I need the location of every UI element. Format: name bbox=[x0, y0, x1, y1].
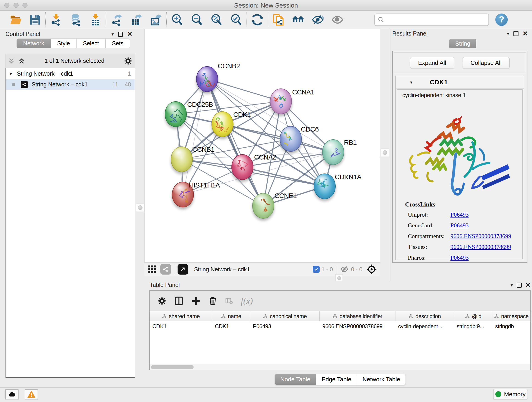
show-columns-icon[interactable] bbox=[174, 296, 184, 306]
edge[interactable] bbox=[183, 79, 207, 195]
tab-edge-table[interactable]: Edge Table bbox=[316, 374, 357, 385]
expand-all-button[interactable]: Expand All bbox=[410, 57, 454, 69]
tab-sets[interactable]: Sets bbox=[106, 38, 130, 48]
table-horizontal-scrollbar[interactable] bbox=[150, 364, 530, 370]
network-node-CCNB2[interactable] bbox=[196, 66, 218, 92]
zoom-in-button[interactable] bbox=[170, 13, 184, 27]
network-node-CDK1[interactable] bbox=[211, 111, 234, 137]
column-header-description[interactable]: description bbox=[395, 311, 454, 321]
add-column-icon[interactable] bbox=[191, 296, 201, 306]
panel-collapse-icon[interactable]: ▾ bbox=[510, 282, 513, 288]
network-node-CDKN1A[interactable] bbox=[314, 173, 336, 199]
column-header-shared-name[interactable]: shared name bbox=[150, 311, 212, 321]
tab-style[interactable]: Style bbox=[51, 38, 77, 48]
splitter-handle[interactable] bbox=[381, 148, 389, 157]
crosslink-link[interactable]: P06493 bbox=[450, 222, 469, 229]
detach-view-icon[interactable] bbox=[177, 264, 188, 274]
column-header-namespace[interactable]: namespace bbox=[492, 311, 530, 321]
crosslink-link[interactable]: P06493 bbox=[450, 254, 469, 261]
expand-all-chevron-icon[interactable] bbox=[18, 57, 25, 64]
scrollbar-thumb[interactable] bbox=[151, 365, 194, 369]
clone-network-button[interactable] bbox=[271, 13, 285, 27]
zoom-fit-button[interactable] bbox=[209, 13, 224, 27]
grid-view-icon[interactable] bbox=[147, 265, 157, 274]
collapse-all-chevron-icon[interactable] bbox=[8, 57, 15, 64]
panel-collapse-icon[interactable]: ▾ bbox=[507, 31, 509, 36]
panel-collapse-icon[interactable]: ▾ bbox=[111, 32, 114, 37]
panel-close-icon[interactable]: ✕ bbox=[525, 283, 531, 288]
selected-checkbox-icon[interactable] bbox=[313, 266, 320, 273]
left-splitter[interactable] bbox=[136, 29, 144, 387]
export-image-button[interactable] bbox=[149, 13, 163, 27]
gene-section-header[interactable]: ▾ CDK1 bbox=[396, 76, 524, 89]
edge[interactable] bbox=[242, 167, 325, 186]
panel-float-icon[interactable] bbox=[517, 283, 522, 288]
table-cell[interactable]: 9606.ENSP00000378699 bbox=[320, 321, 395, 332]
panel-float-icon[interactable] bbox=[118, 32, 123, 37]
table-cell[interactable]: CDK1 bbox=[150, 321, 212, 332]
crosslink-link[interactable]: 9606.ENSP00000378699 bbox=[450, 233, 511, 240]
import-network-file-button[interactable] bbox=[49, 13, 63, 27]
memory-button[interactable]: Memory bbox=[494, 389, 527, 400]
network-node-CCNB1[interactable] bbox=[171, 147, 193, 172]
network-node-CDC25B[interactable] bbox=[165, 101, 187, 127]
table-cell[interactable]: CDK1 bbox=[212, 321, 250, 332]
hidden-eye-icon[interactable] bbox=[340, 265, 349, 274]
table-cell[interactable]: stringdb bbox=[492, 321, 530, 332]
column-header-name[interactable]: name bbox=[212, 311, 250, 321]
tab-network-table[interactable]: Network Table bbox=[357, 374, 406, 385]
network-node-CCNE1[interactable] bbox=[252, 193, 274, 219]
splitter-handle[interactable] bbox=[136, 204, 144, 212]
tab-select[interactable]: Select bbox=[76, 38, 105, 48]
help-button[interactable]: ? bbox=[495, 13, 508, 26]
gear-icon[interactable] bbox=[124, 57, 132, 65]
share-view-icon[interactable] bbox=[160, 264, 171, 274]
gear-icon[interactable] bbox=[157, 296, 167, 306]
crosslink-link[interactable]: 9606.ENSP00000378699 bbox=[450, 244, 511, 250]
zoom-selected-button[interactable] bbox=[229, 13, 243, 27]
export-network-button[interactable] bbox=[109, 13, 124, 27]
network-node-CDC6[interactable] bbox=[280, 126, 302, 152]
zoom-out-button[interactable] bbox=[190, 13, 204, 27]
table-cell[interactable]: cyclin-dependent ... bbox=[395, 321, 454, 332]
table-cell[interactable]: P06493 bbox=[250, 321, 320, 332]
birdseye-view-icon[interactable] bbox=[366, 264, 377, 275]
import-table-button[interactable] bbox=[89, 13, 103, 27]
table-cell[interactable]: stringdb:9... bbox=[454, 321, 492, 332]
hide-selected-button[interactable] bbox=[311, 13, 325, 27]
collapse-all-button[interactable]: Collapse All bbox=[462, 57, 510, 69]
network-node-CCNA1[interactable] bbox=[270, 89, 292, 114]
network-node-CCNA2[interactable] bbox=[231, 154, 253, 180]
table-row[interactable]: CDK1CDK1P064939606.ENSP00000378699cyclin… bbox=[150, 321, 530, 332]
cloud-button[interactable] bbox=[5, 389, 19, 400]
network-node-RB1[interactable] bbox=[322, 139, 344, 165]
tree-expand-icon[interactable]: ▾ bbox=[10, 71, 12, 77]
protein-ribbon-thumbnail bbox=[314, 174, 336, 200]
panel-float-icon[interactable] bbox=[513, 31, 519, 36]
delete-column-icon[interactable] bbox=[208, 296, 217, 306]
column-header--id[interactable]: @id bbox=[454, 311, 492, 321]
network-canvas[interactable]: CCNB2CCNA1CDC25BCDK1CDC6RB1CCNB1CCNA2CDK… bbox=[144, 29, 380, 263]
window-title: Session: New Session bbox=[0, 2, 532, 9]
save-session-button[interactable] bbox=[28, 13, 42, 27]
tab-node-table[interactable]: Node Table bbox=[275, 374, 316, 385]
refresh-button[interactable] bbox=[250, 13, 264, 27]
import-network-from-database-button[interactable] bbox=[69, 13, 83, 27]
open-session-button[interactable] bbox=[9, 13, 23, 27]
network-collection-row[interactable]: ▾ String Network – cdk1 1 bbox=[6, 68, 135, 79]
show-all-button[interactable] bbox=[330, 13, 345, 27]
network-row[interactable]: String Network – cdk1 11 48 bbox=[6, 79, 135, 90]
column-header-database-identifier[interactable]: database identifier bbox=[320, 311, 395, 321]
search-input[interactable] bbox=[385, 16, 483, 23]
splitter-handle[interactable] bbox=[336, 274, 343, 282]
warnings-button[interactable] bbox=[25, 389, 38, 400]
panel-close-icon[interactable]: ✕ bbox=[523, 31, 528, 36]
export-table-button[interactable] bbox=[129, 13, 143, 27]
first-neighbors-button[interactable] bbox=[291, 13, 305, 27]
tab-network[interactable]: Network bbox=[17, 38, 51, 48]
panel-close-icon[interactable]: ✕ bbox=[127, 32, 133, 37]
crosslink-link[interactable]: P06493 bbox=[450, 211, 469, 218]
tab-string[interactable]: String bbox=[449, 39, 476, 48]
column-header-canonical-name[interactable]: canonical name bbox=[250, 311, 320, 321]
section-expand-icon[interactable]: ▾ bbox=[410, 80, 412, 85]
